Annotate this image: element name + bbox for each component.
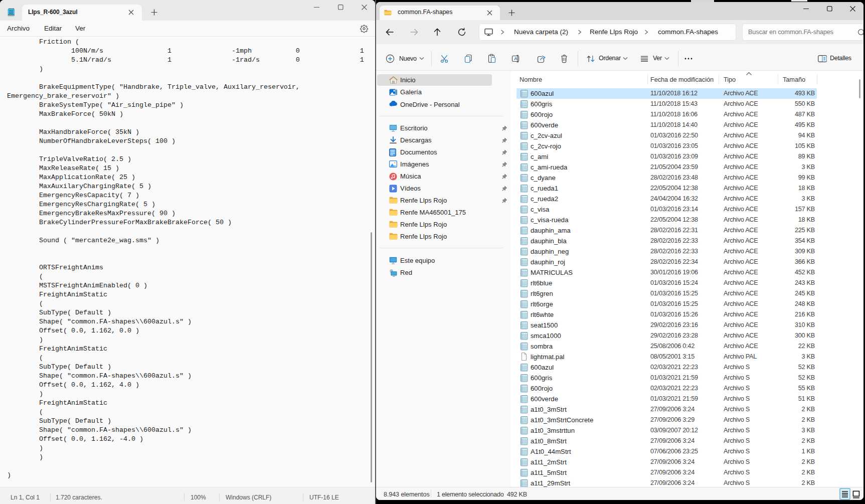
svg-text:A: A — [514, 56, 517, 61]
